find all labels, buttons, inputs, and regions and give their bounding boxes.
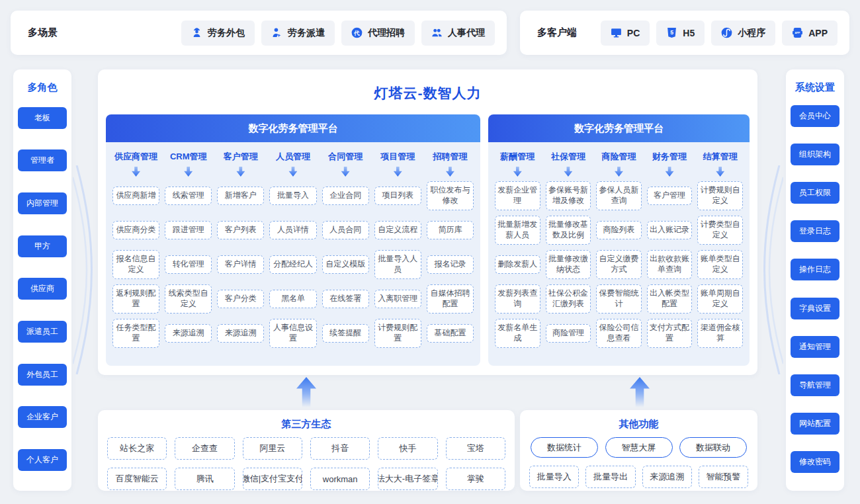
role-button-supplier[interactable]: 供应商 <box>18 278 67 300</box>
setting-button-permissions[interactable]: 员工权限 <box>791 182 839 204</box>
role-button-internal[interactable]: 内部管理 <box>18 192 67 214</box>
settings-buttons: 会员中心 组织架构 员工权限 登录日志 操作日志 字典设置 通知管理 导航管理 … <box>786 97 844 482</box>
setting-button-login-log[interactable]: 登录日志 <box>791 220 839 242</box>
column-title: 薪酬管理 <box>500 150 535 163</box>
role-button-dispatched[interactable]: 派遣员工 <box>18 321 67 343</box>
role-button-manager[interactable]: 管理者 <box>18 149 67 171</box>
setting-button-site[interactable]: 网站配置 <box>791 413 839 435</box>
chip-labor-outsourcing[interactable]: 劳务外包 <box>181 21 255 46</box>
column-title: 财务管理 <box>652 150 687 163</box>
chip-label: APP <box>808 28 828 38</box>
feature-item: 任务类型配置 <box>112 319 159 347</box>
column-title: CRM管理 <box>170 150 207 163</box>
column-customer-mgmt: 客户管理 新增客户 客户列表 客户详情 客户分类 来源追溯 <box>217 150 264 351</box>
feature-item: 跟进管理 <box>165 221 212 239</box>
feature-item: 客户列表 <box>217 221 264 239</box>
feature-item: 客户详情 <box>217 255 264 274</box>
feature-item: 续签提醒 <box>322 324 369 343</box>
feature-item: 发薪列表查询 <box>495 284 540 313</box>
role-button-boss[interactable]: 老板 <box>18 107 67 129</box>
feature-item: 客户管理 <box>647 187 693 205</box>
third-party-item: 企查查 <box>175 437 234 460</box>
feature-item: 供应商分类 <box>112 221 159 239</box>
feature-item: 出款收款账单查询 <box>647 250 693 278</box>
down-arrow-icon <box>666 167 674 177</box>
chip-agency-recruiting[interactable]: 代 代理招聘 <box>341 21 415 46</box>
third-party-item: 法大大-电子签章 <box>378 468 437 490</box>
setting-button-nav[interactable]: 导航管理 <box>791 374 839 396</box>
setting-button-ops-log[interactable]: 操作日志 <box>791 259 839 280</box>
down-arrow-icon <box>288 167 297 177</box>
up-arrow-icon <box>296 377 316 407</box>
up-arrow-icon <box>630 377 650 407</box>
feature-item: 计费规则自定义 <box>697 181 743 210</box>
app-icon: APP <box>792 27 803 38</box>
setting-button-org[interactable]: 组织架构 <box>791 144 839 165</box>
feature-item: 参保人员新查询 <box>596 181 642 210</box>
column-title: 招聘管理 <box>433 150 467 163</box>
miniprogram-icon <box>721 27 732 38</box>
feature-item: 企业合同 <box>322 187 369 205</box>
feature-item: 线索管理 <box>165 187 212 205</box>
feature-item: 发薪名单生成 <box>495 319 540 347</box>
role-button-outsourced[interactable]: 外包员工 <box>18 364 67 386</box>
chip-pc[interactable]: PC <box>601 21 650 46</box>
third-party-item: 腾讯 <box>175 468 234 490</box>
settings-sidebar-title: 系统设置 <box>795 81 835 94</box>
down-arrow-icon <box>132 167 140 177</box>
role-button-individual[interactable]: 个人客户 <box>18 449 67 471</box>
feature-item: 客户分类 <box>217 290 264 308</box>
setting-button-member-center[interactable]: 会员中心 <box>791 105 839 127</box>
feature-item: 渠道佣金核算 <box>697 319 743 347</box>
chip-miniprogram[interactable]: 小程序 <box>711 21 775 46</box>
panel-header: 数字化劳务管理平台 <box>488 114 750 142</box>
other-function-item: 智能预警 <box>699 466 748 488</box>
scenario-bar: 多场景 劳务外包 劳务派遣 代 代理招聘 人事代理 <box>11 11 507 55</box>
setting-button-dictionary[interactable]: 字典设置 <box>791 298 839 319</box>
chip-label: 劳务派遣 <box>288 27 325 39</box>
role-button-partya[interactable]: 甲方 <box>18 235 67 257</box>
chip-label: H5 <box>683 28 695 38</box>
people-group-icon <box>431 27 443 38</box>
labor-platform-panel-left: 数字化劳务管理平台 供应商管理 供应商新增 供应商分类 报名信息自定义 返利规则… <box>106 114 480 366</box>
chip-labor-dispatch[interactable]: 劳务派遣 <box>261 21 335 46</box>
pill-data-statistics[interactable]: 数据统计 <box>531 437 598 458</box>
svg-text:代: 代 <box>353 30 360 36</box>
column-payroll-mgmt: 薪酬管理 发薪企业管理 批量新增发薪人员 删除发薪人 发薪列表查询 发薪名单生成 <box>495 150 540 351</box>
other-function-item: 来源追溯 <box>642 466 692 488</box>
feature-item: 出入帐类型配置 <box>647 284 693 313</box>
third-party-item: 百度智能云 <box>107 468 167 490</box>
feature-item: 保险公司信息查看 <box>596 319 642 347</box>
third-party-ecosystem-card: 第三方生态 站长之家 企查查 阿里云 抖音 快手 宝塔 百度智能云 腾讯 微信|… <box>98 410 515 491</box>
feature-item: 批量导入 <box>269 187 316 205</box>
panel-header: 数字化劳务管理平台 <box>106 114 480 142</box>
feature-item: 批量修改基数及比例 <box>546 216 591 244</box>
third-party-item: 微信|支付宝支付 <box>243 468 302 490</box>
column-title: 客户管理 <box>224 150 258 163</box>
pill-smart-screen[interactable]: 智慧大屏 <box>605 437 673 458</box>
column-contract-mgmt: 合同管理 企业合同 人员合同 自定义模版 在线签署 续签提醒 <box>322 150 369 351</box>
roles-sidebar-title: 多角色 <box>28 81 58 94</box>
chip-label: PC <box>627 28 640 38</box>
pill-data-linkage[interactable]: 数据联动 <box>679 437 747 458</box>
feature-item: 删除发薪人 <box>495 255 540 274</box>
chip-h5[interactable]: 5 H5 <box>656 21 705 46</box>
setting-button-notify[interactable]: 通知管理 <box>791 336 839 358</box>
down-arrow-icon <box>341 167 350 177</box>
scenario-bar-label: 多场景 <box>28 26 58 39</box>
settings-sidebar: 系统设置 会员中心 组织架构 员工权限 登录日志 操作日志 字典设置 通知管理 … <box>786 69 844 491</box>
monitor-icon <box>611 27 622 38</box>
third-party-item: 宝塔 <box>446 437 505 460</box>
chip-app[interactable]: APP APP <box>782 21 838 46</box>
feature-item: 报名信息自定义 <box>112 250 159 278</box>
left-swoosh-decoration <box>73 165 98 374</box>
feature-item: 批量修改缴纳状态 <box>546 250 591 278</box>
feature-item: 报名记录 <box>427 255 474 274</box>
chip-hr-agency[interactable]: 人事代理 <box>421 21 495 46</box>
role-button-corp-client[interactable]: 企业客户 <box>18 406 67 428</box>
third-party-item: 掌骏 <box>446 468 505 490</box>
chip-label: 代理招聘 <box>368 27 405 39</box>
setting-button-password[interactable]: 修改密码 <box>791 451 839 473</box>
feature-item: 项目列表 <box>374 187 421 205</box>
third-party-item: workman <box>310 468 370 490</box>
